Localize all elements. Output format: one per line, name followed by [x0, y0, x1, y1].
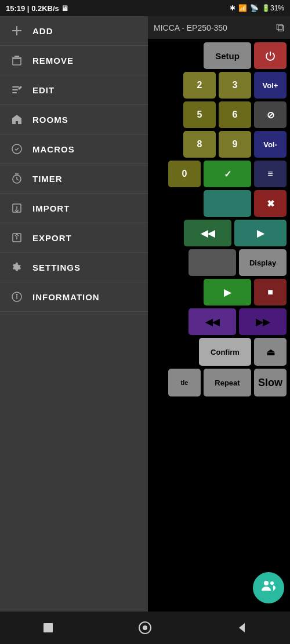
svg-rect-4	[13, 59, 21, 65]
status-bar: 15:19 | 0.2KB/s 🖥 ✱ 📶 📡 🔋31%	[0, 0, 290, 16]
btn-row-5: 0 ✓ ≡	[151, 161, 287, 187]
back-button[interactable]: ◀◀	[184, 220, 231, 246]
sidebar-item-remove[interactable]: REMOVE	[0, 46, 148, 75]
fab-button[interactable]	[253, 572, 284, 603]
sidebar-item-macros[interactable]: MACROS	[0, 134, 148, 164]
main-layout: ADD REMOVE EDIT ROOMS MACROS	[0, 16, 290, 612]
btn-row-12: tle Repeat Slow	[151, 369, 287, 396]
nav-back-button[interactable]	[230, 616, 253, 639]
title-button[interactable]: tle	[168, 369, 201, 396]
volplus-button[interactable]: Vol+	[254, 72, 287, 99]
play-button[interactable]: ▶	[234, 220, 287, 246]
btn-row-4: 8 9 Vol-	[151, 131, 287, 158]
num9-button[interactable]: 9	[219, 131, 251, 158]
repeat-button[interactable]: Repeat	[204, 369, 251, 396]
remote-buttons: Setup 2 3 Vol+ 5 6 ⊘ 8 9 Vol-	[148, 39, 290, 612]
num3-button[interactable]: 3	[219, 72, 251, 99]
num2-button[interactable]: 2	[183, 72, 216, 99]
num0-button[interactable]: 0	[168, 161, 201, 187]
btn-row-1: Setup	[151, 42, 287, 69]
btn-row-9: ▶ ■	[151, 279, 287, 305]
export-icon	[10, 231, 23, 244]
display-button[interactable]: Display	[239, 249, 287, 276]
stop-button[interactable]: ■	[254, 279, 287, 305]
list-button[interactable]: ≡	[254, 161, 287, 187]
check-button[interactable]: ✓	[204, 161, 251, 187]
teal-button[interactable]	[204, 190, 251, 217]
setup-button[interactable]: Setup	[204, 42, 251, 69]
fastforward-button[interactable]: ▶▶	[239, 308, 287, 335]
rooms-icon	[10, 113, 23, 126]
signal-icon: 📶	[238, 4, 247, 12]
remote-panel: MICCA - EP250-350 ⧉ Setup 2 3 Vol+ 5 6	[148, 16, 290, 612]
sidebar-item-export[interactable]: EXPORT	[0, 223, 148, 253]
num8-button[interactable]: 8	[183, 131, 216, 158]
svg-rect-6	[12, 89, 18, 90]
close-button[interactable]: ✖	[254, 190, 287, 217]
svg-rect-1	[12, 30, 21, 31]
remove-icon	[10, 54, 23, 67]
rewind-button[interactable]: ◀◀	[188, 308, 236, 335]
svg-rect-7	[12, 92, 17, 93]
confirm-button[interactable]: Confirm	[199, 338, 251, 366]
btn-row-2: 2 3 Vol+	[151, 72, 287, 99]
slash-button[interactable]: ⊘	[254, 101, 287, 128]
battery-icon: 🔋31%	[262, 4, 284, 12]
sidebar-item-edit[interactable]: EDIT	[0, 75, 148, 105]
bottom-nav	[0, 612, 290, 644]
edit-icon	[10, 83, 23, 96]
num5-button[interactable]: 5	[183, 101, 216, 128]
speed-display: 0.2KB/s	[31, 4, 59, 13]
btn-row-6: ✖	[151, 190, 287, 217]
sidebar-item-import[interactable]: IMPORT	[0, 194, 148, 223]
slow-button[interactable]: Slow	[254, 369, 287, 396]
sidebar-settings-label: SETTINGS	[32, 263, 81, 272]
volminus-button[interactable]: Vol-	[254, 131, 287, 158]
svg-rect-18	[44, 623, 53, 632]
svg-point-17	[270, 581, 274, 585]
remote-title: MICCA - EP250-350	[154, 23, 227, 32]
sidebar-timer-label: TIMER	[32, 174, 63, 184]
gray-button[interactable]	[188, 249, 236, 276]
svg-marker-21	[239, 623, 245, 632]
sidebar-item-settings[interactable]: SETTINGS	[0, 253, 148, 282]
sidebar-item-add[interactable]: ADD	[0, 16, 148, 46]
sidebar-item-timer[interactable]: TIMER	[0, 164, 148, 194]
power-button[interactable]	[254, 42, 287, 69]
play2-button[interactable]: ▶	[204, 279, 251, 305]
settings-icon	[10, 261, 23, 274]
sidebar-macros-label: MACROS	[32, 144, 75, 154]
status-icons: ✱ 📶 📡 🔋31%	[230, 4, 284, 12]
btn-row-7: ◀◀ ▶	[151, 220, 287, 246]
macros-icon	[10, 143, 23, 155]
sidebar-add-label: ADD	[32, 26, 53, 36]
sidebar-item-information[interactable]: INFORMATION	[0, 282, 148, 312]
sidebar-item-rooms[interactable]: ROOMS	[0, 105, 148, 134]
sidebar-edit-label: EDIT	[32, 85, 55, 95]
wifi-icon: 📡	[250, 4, 259, 12]
num6-button[interactable]: 6	[219, 101, 251, 128]
btn-row-10: ◀◀ ▶▶	[151, 308, 287, 335]
timer-icon	[10, 172, 23, 185]
add-icon	[10, 24, 23, 37]
sidebar-rooms-label: ROOMS	[32, 115, 68, 125]
people-icon	[260, 578, 277, 598]
btn-row-11: Confirm ⏏	[151, 338, 287, 366]
time-display: 15:19	[6, 4, 25, 13]
btn-row-8: Display	[151, 249, 287, 276]
status-time-speed: 15:19 | 0.2KB/s 🖥	[6, 4, 68, 13]
svg-rect-5	[12, 86, 19, 88]
information-icon	[10, 290, 23, 303]
btn-row-3: 5 6 ⊘	[151, 101, 287, 128]
svg-point-15	[16, 294, 17, 296]
copy-icon[interactable]: ⧉	[276, 21, 284, 34]
svg-point-20	[143, 625, 147, 630]
eject-button[interactable]: ⏏	[254, 338, 287, 366]
bluetooth-icon: ✱	[230, 4, 235, 12]
nav-home-button[interactable]	[133, 616, 157, 639]
sidebar: ADD REMOVE EDIT ROOMS MACROS	[0, 16, 148, 612]
svg-rect-3	[14, 56, 19, 57]
remote-header: MICCA - EP250-350 ⧉	[148, 16, 290, 39]
sidebar-remove-label: REMOVE	[32, 56, 74, 66]
nav-square-button[interactable]	[37, 616, 60, 639]
